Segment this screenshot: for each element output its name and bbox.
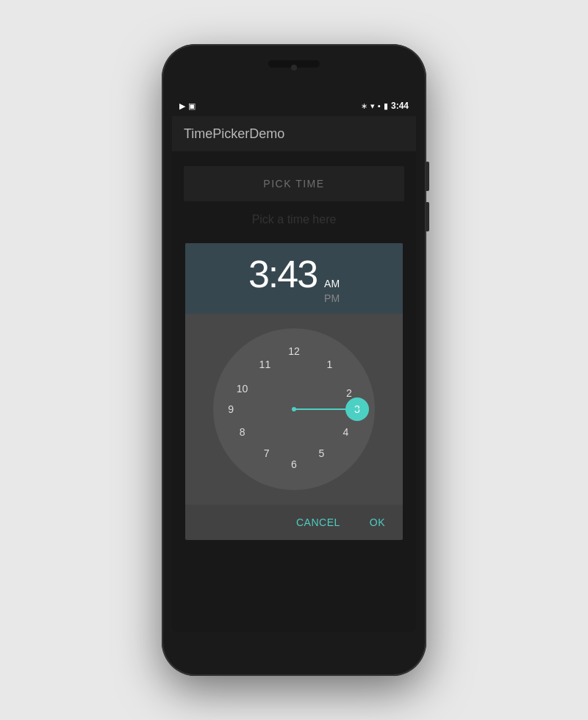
notification-icon: ▶ (179, 101, 185, 111)
clock-number-10[interactable]: 10 (231, 377, 254, 400)
clock-center-dot (292, 407, 296, 411)
camera (291, 65, 297, 71)
battery-icon: ▮ (384, 101, 388, 111)
status-bar: ▶ ▣ ∗ ▾ ▪ ▮ 3:44 (172, 96, 416, 116)
am-label[interactable]: AM (324, 277, 340, 290)
status-time: 3:44 (391, 101, 409, 111)
app-bar: TimePickerDemo (172, 116, 416, 151)
status-icons-left: ▶ ▣ (179, 101, 196, 111)
bluetooth-icon: ∗ (361, 101, 368, 111)
time-minute: 43 (277, 253, 317, 295)
app-title: TimePickerDemo (184, 126, 284, 142)
time-header: 3:43 AM PM (185, 243, 403, 314)
phone-screen: ▶ ▣ ∗ ▾ ▪ ▮ 3:44 TimePickerDemo PICK TIM… (172, 96, 416, 632)
dialog-buttons: CANCEL OK (185, 505, 403, 540)
clock-number-1[interactable]: 1 (318, 353, 341, 376)
ok-button[interactable]: OK (358, 511, 397, 534)
time-hour: 3 (248, 253, 268, 295)
time-colon: : (268, 253, 277, 295)
clock-number-9[interactable]: 9 (219, 397, 243, 421)
clock-number-12[interactable]: 12 (282, 339, 306, 363)
volume-up-button[interactable] (426, 162, 429, 191)
clock-number-7[interactable]: 7 (255, 442, 279, 465)
dialog-overlay: 3:43 AM PM (172, 151, 416, 632)
clock-number-6[interactable]: 6 (282, 453, 306, 476)
ampm-container: AM PM (324, 277, 340, 305)
wifi-icon: ▾ (370, 101, 375, 111)
clock-hand (294, 408, 359, 410)
clock-number-11[interactable]: 11 (253, 353, 276, 376)
clock-face[interactable]: 12 1 2 3 4 5 6 (213, 328, 375, 490)
status-icons-right: ∗ ▾ ▪ ▮ 3:44 (361, 101, 409, 111)
clock-container: 12 1 2 3 4 5 6 (185, 314, 403, 505)
phone-device: ▶ ▣ ∗ ▾ ▪ ▮ 3:44 TimePickerDemo PICK TIM… (162, 44, 426, 676)
clock-number-8[interactable]: 8 (231, 420, 254, 444)
screen-content: PICK TIME Pick a time here 3:43 AM PM (172, 151, 416, 632)
pm-label[interactable]: PM (324, 292, 340, 305)
time-picker-dialog: 3:43 AM PM (185, 243, 403, 540)
volume-down-button[interactable] (426, 202, 429, 231)
signal-icon: ▪ (378, 101, 381, 110)
clock-number-5[interactable]: 5 (309, 442, 333, 465)
screen-icon: ▣ (188, 101, 196, 111)
clock-number-4[interactable]: 4 (334, 420, 357, 444)
time-display: 3:43 (248, 255, 317, 293)
cancel-button[interactable]: CANCEL (284, 511, 352, 534)
